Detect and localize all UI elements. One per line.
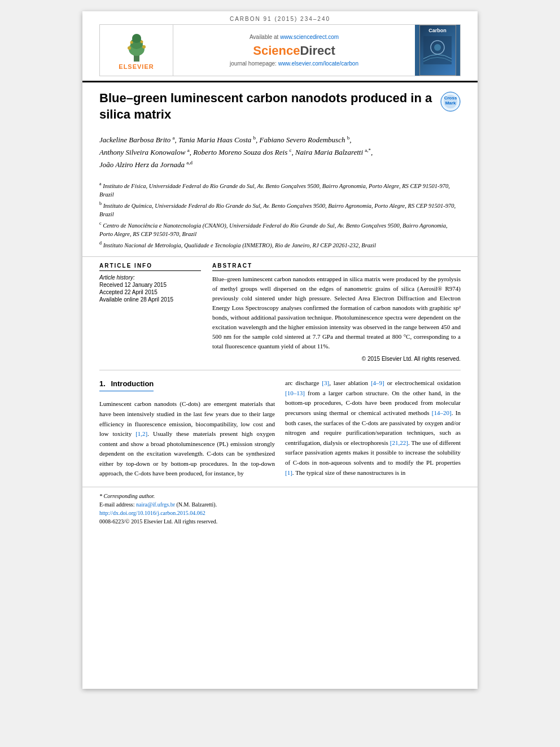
- author-email-link[interactable]: naira@if.ufrgs.br: [136, 501, 175, 508]
- sciencedirect-logo: ScienceDirect: [253, 43, 335, 58]
- journal-citation: CARBON 91 (2015) 234–240: [230, 16, 330, 22]
- copyright-line: © 2015 Elsevier Ltd. All rights reserved…: [212, 356, 461, 362]
- introduction-col1-text: Luminescent carbon nanodots (C-dots) are…: [99, 399, 275, 479]
- crossmark-icon: Cross Mark: [440, 91, 461, 112]
- abstract-column: ABSTRACT Blue–green luminescent carbon n…: [212, 263, 461, 362]
- abstract-heading: ABSTRACT: [212, 263, 461, 271]
- article-info-column: ARTICLE INFO Article history: Received 1…: [99, 263, 201, 362]
- elsevier-tree-icon: [117, 31, 156, 62]
- ref-1[interactable]: [1]: [285, 469, 292, 476]
- affiliation-d: d Instituto Nacional de Metrologia, Qual…: [99, 240, 461, 250]
- page: CARBON 91 (2015) 234–240 ELSEVIER: [82, 11, 478, 689]
- accepted-date: Accepted 22 April 2015: [99, 289, 201, 295]
- introduction-col2-text: arc discharge [3], laser ablation [4–9] …: [285, 378, 461, 478]
- ref-21-22[interactable]: [21,22]: [390, 439, 408, 446]
- svg-point-7: [140, 40, 143, 43]
- doi-link[interactable]: http://dx.doi.org/10.1016/j.carbon.2015.…: [99, 510, 205, 516]
- cover-image-icon: [421, 33, 454, 67]
- authors-section: Jackeline Barbosa Brito a, Tania Maria H…: [82, 128, 478, 177]
- body-right-column: arc discharge [3], laser ablation [4–9] …: [285, 378, 461, 479]
- svg-point-5: [142, 45, 146, 49]
- available-online-date: Available online 28 April 2015: [99, 296, 201, 303]
- crossmark-badge: Cross Mark: [440, 91, 461, 114]
- article-info-abstract-section: ARTICLE INFO Article history: Received 1…: [82, 257, 478, 368]
- svg-point-3: [132, 34, 141, 43]
- ref-10-13[interactable]: [10–13]: [285, 390, 305, 396]
- article-info-heading: ARTICLE INFO: [99, 263, 201, 271]
- abstract-text: Blue–green luminescent carbon nanodots e…: [212, 274, 461, 351]
- paper-title: Blue–green luminescent carbon nanodots p…: [99, 90, 435, 123]
- svg-point-4: [128, 46, 131, 50]
- introduction-heading: 1. Introduction: [99, 378, 154, 391]
- affiliation-b: b Instituto de Química, Universidade Fed…: [99, 200, 461, 219]
- journal-banner: ELSEVIER Available at www.sciencedirect.…: [99, 24, 461, 76]
- affiliation-c: c Centro de Nanociência e Nanotecnologia…: [99, 220, 461, 239]
- sciencedirect-link[interactable]: www.sciencedirect.com: [280, 34, 339, 40]
- ref-3[interactable]: [3]: [322, 379, 329, 386]
- carbon-journal-cover: Carbon: [419, 25, 456, 76]
- journal-header: CARBON 91 (2015) 234–240: [82, 11, 478, 24]
- affiliations-section: a Instituto de Física, Universidade Fede…: [82, 177, 478, 257]
- svg-text:Cross: Cross: [444, 95, 457, 101]
- authors-list: Jackeline Barbosa Brito a, Tania Maria H…: [99, 134, 461, 171]
- introduction-heading-area: 1. Introduction: [99, 378, 275, 395]
- ref-1-2[interactable]: [1,2]: [135, 430, 147, 437]
- available-at-text: Available at www.sciencedirect.com: [250, 34, 339, 40]
- article-history-label: Article history:: [99, 274, 201, 281]
- elsevier-logo: ELSEVIER: [117, 31, 156, 70]
- svg-point-10: [434, 44, 441, 51]
- carbon-journal-cover-title: Carbon: [428, 28, 447, 33]
- title-section: Blue–green luminescent carbon nanodots p…: [82, 81, 478, 128]
- sciencedirect-banner: Available at www.sciencedirect.com Scien…: [173, 25, 415, 76]
- doi-link-line: http://dx.doi.org/10.1016/j.carbon.2015.…: [99, 509, 461, 517]
- corresponding-author-note: * Corresponding author.: [99, 492, 461, 500]
- body-section: 1. Introduction Luminescent carbon nanod…: [82, 373, 478, 484]
- svg-point-6: [130, 41, 133, 43]
- ref-4-9[interactable]: [4–9]: [371, 379, 384, 386]
- journal-homepage-link[interactable]: www.elsevier.com/locate/carbon: [278, 60, 358, 67]
- ref-14-20[interactable]: [14–20]: [432, 409, 452, 416]
- journal-homepage-line: journal homepage: www.elsevier.com/locat…: [230, 60, 358, 67]
- received-date: Received 12 January 2015: [99, 282, 201, 288]
- section-divider: [99, 370, 461, 370]
- carbon-cover-area: Carbon: [415, 25, 460, 76]
- issn-line: 0008-6223/© 2015 Elsevier Ltd. All right…: [99, 517, 461, 526]
- footnote-section: * Corresponding author. E-mail address: …: [82, 487, 478, 530]
- elsevier-logo-area: ELSEVIER: [100, 25, 173, 76]
- body-left-column: 1. Introduction Luminescent carbon nanod…: [99, 378, 275, 479]
- affiliation-a: a Instituto de Física, Universidade Fede…: [99, 181, 461, 199]
- elsevier-text: ELSEVIER: [119, 63, 154, 70]
- svg-text:Mark: Mark: [445, 101, 456, 106]
- email-note: E-mail address: naira@if.ufrgs.br (N.M. …: [99, 500, 461, 509]
